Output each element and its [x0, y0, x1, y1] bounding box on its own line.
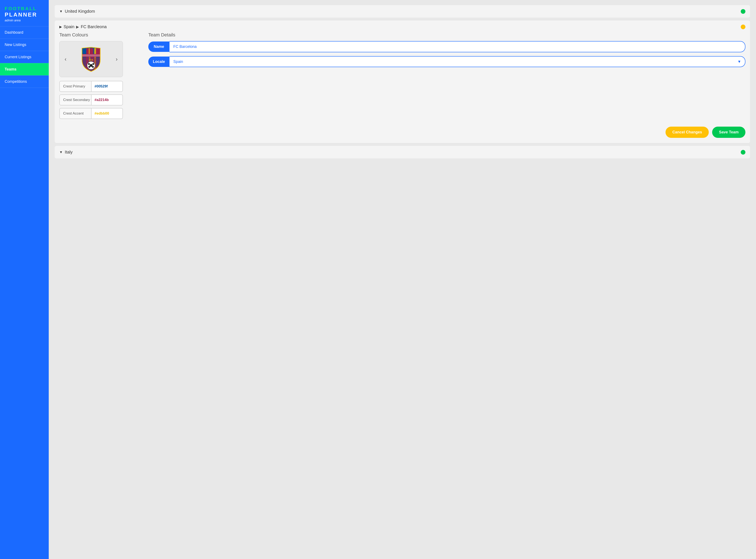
color-accent-label: Crest Accent: [60, 108, 91, 118]
details-section-label: Team Details: [148, 32, 746, 38]
colours-section-label: Team Colours: [59, 32, 140, 38]
color-row-primary: Crest Primary: [59, 81, 123, 92]
cancel-changes-button[interactable]: Cancel Changes: [666, 127, 709, 138]
logo-admin: admin area: [5, 18, 44, 22]
sidebar-item-new-listings[interactable]: New Listings: [0, 39, 49, 51]
sidebar-item-current-listings[interactable]: Current Listings: [0, 51, 49, 63]
country-row-italy-left: ▼ Italy: [59, 150, 73, 155]
svg-rect-0: [82, 48, 86, 54]
chevron-down-icon: ▼: [737, 60, 741, 64]
country-label-uk: United Kingdom: [65, 9, 95, 14]
fcb-crest-svg: FCB: [79, 46, 104, 72]
breadcrumb-row: ▶ Spain ▶ FC Barcleona: [55, 21, 750, 32]
crest-carousel: ‹: [59, 41, 123, 77]
color-row-secondary: Crest Secondary: [59, 94, 123, 106]
status-dot-uk: [741, 9, 746, 14]
logo-football: FOOTBALL: [5, 6, 44, 12]
color-accent-input[interactable]: [91, 108, 123, 118]
locale-select[interactable]: Spain England Italy Germany France: [173, 57, 737, 67]
svg-rect-3: [95, 48, 100, 54]
breadcrumb-sep-icon: ▶: [76, 25, 79, 29]
country-row-italy[interactable]: ▼ Italy: [55, 146, 750, 158]
chevron-right-country-icon: ▶: [59, 25, 62, 29]
color-secondary-label: Crest Secondary: [60, 95, 91, 105]
status-dot-italy: [741, 150, 746, 155]
team-panel-spain: ▶ Spain ▶ FC Barcleona Team Colours ‹: [55, 21, 750, 143]
country-row-uk[interactable]: ▼ United Kingdom: [55, 5, 750, 18]
locale-field-label: Locale: [148, 57, 170, 67]
svg-rect-10: [82, 54, 100, 57]
team-details-section: Team Details Name Locale Spain England I…: [148, 32, 746, 121]
team-content: Team Colours ‹: [55, 32, 750, 121]
color-row-accent: Crest Accent: [59, 108, 123, 119]
svg-point-14: [90, 64, 92, 67]
svg-point-15: [88, 63, 90, 65]
breadcrumb-left: ▶ Spain ▶ FC Barcleona: [59, 24, 107, 29]
crest-next-button[interactable]: ›: [114, 55, 119, 63]
svg-point-18: [92, 66, 94, 68]
sidebar-item-competitions[interactable]: Competitions: [0, 75, 49, 88]
name-field-label: Name: [148, 42, 170, 52]
team-colours-section: Team Colours ‹: [59, 32, 140, 121]
breadcrumb-team: FC Barcleona: [81, 24, 107, 29]
chevron-down-icon: ▼: [59, 9, 63, 13]
status-dot-spain: [741, 25, 746, 29]
sidebar: FOOTBALL PLANNER admin area Dashboard Ne…: [0, 0, 49, 559]
name-field-row: Name: [148, 41, 746, 52]
logo-planner: PLANNER: [5, 12, 44, 18]
crest-image: FCB: [76, 44, 106, 74]
save-team-button[interactable]: Save Team: [712, 127, 746, 138]
crest-prev-button[interactable]: ‹: [63, 55, 68, 63]
color-primary-input[interactable]: [91, 81, 123, 91]
svg-point-16: [92, 63, 94, 65]
color-secondary-input[interactable]: [91, 95, 123, 105]
sidebar-item-dashboard[interactable]: Dashboard: [0, 26, 49, 39]
logo-area: FOOTBALL PLANNER admin area: [0, 0, 49, 26]
country-row-uk-left: ▼ United Kingdom: [59, 9, 95, 14]
name-field-input[interactable]: [170, 41, 746, 52]
action-row: Cancel Changes Save Team: [55, 121, 750, 138]
country-label-italy: Italy: [65, 150, 73, 155]
svg-text:FCB: FCB: [89, 59, 93, 61]
breadcrumb-country: Spain: [64, 24, 74, 29]
chevron-down-icon-italy: ▼: [59, 150, 63, 154]
locale-field-row: Locale Spain England Italy Germany Franc…: [148, 56, 746, 67]
color-primary-label: Crest Primary: [60, 81, 91, 91]
sidebar-item-teams[interactable]: Teams: [0, 63, 49, 75]
svg-point-17: [88, 66, 90, 68]
locale-select-wrap: Spain England Italy Germany France ▼: [170, 56, 746, 67]
main-content: ▼ United Kingdom ▶ Spain ▶ FC Barcleona …: [49, 0, 756, 559]
